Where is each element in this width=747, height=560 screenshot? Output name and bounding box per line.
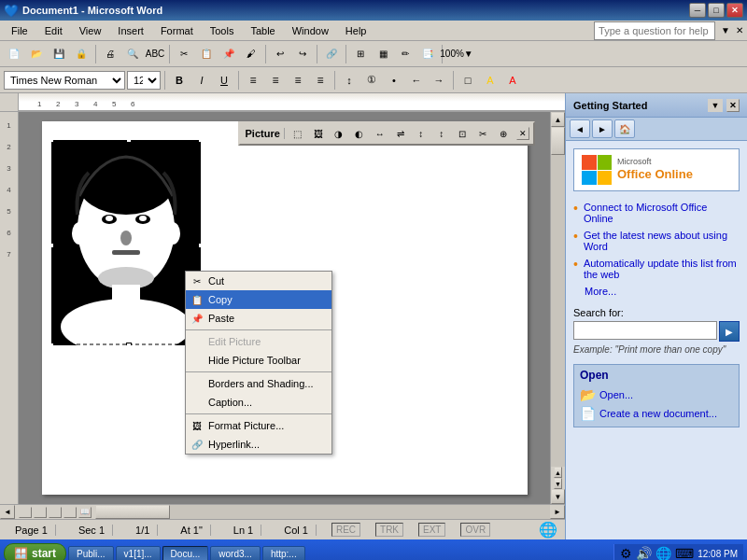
scroll-next-page[interactable]: ▼ (554, 478, 562, 489)
close-help[interactable]: ✕ (736, 25, 743, 35)
vertical-scrollbar[interactable]: ▲ ▲ ▼ ▼ (550, 112, 565, 504)
undo-button[interactable]: ↩ (270, 44, 290, 64)
menu-tools[interactable]: Tools (203, 23, 242, 38)
taskbar-icon-3[interactable]: 🌐 (655, 546, 671, 560)
sidebar-link-3[interactable]: Automatically update this list from the … (573, 255, 740, 283)
align-center-button[interactable]: ≡ (265, 71, 286, 90)
format-painter-button[interactable]: 🖌 (241, 44, 261, 64)
menu-table[interactable]: Table (243, 23, 282, 38)
scroll-down-button[interactable]: ▼ (551, 489, 565, 504)
spelling-button[interactable]: ABC (145, 44, 165, 64)
align-left-button[interactable]: ≡ (243, 71, 263, 90)
columns-button[interactable]: ▦ (373, 44, 393, 64)
ask-dropdown[interactable]: ▼ (721, 25, 730, 35)
hscroll-thumb[interactable] (95, 505, 170, 519)
zoom-dropdown[interactable]: 100%▼ (446, 44, 467, 64)
context-menu-cut[interactable]: ✂ Cut (186, 272, 331, 290)
bold-button[interactable]: B (169, 71, 190, 90)
search-input[interactable] (573, 321, 717, 340)
menu-view[interactable]: View (72, 23, 109, 38)
hyperlink-button[interactable]: 🔗 (321, 44, 342, 64)
taskbar-item-2[interactable]: v1[1]... (116, 546, 161, 561)
new-button[interactable]: 📄 (4, 44, 24, 64)
font-color-button[interactable]: A (502, 71, 523, 90)
context-menu-hide-toolbar[interactable]: Hide Picture Toolbar (186, 351, 331, 370)
pic-tool-3[interactable]: ◑ (330, 125, 348, 142)
sidebar-close-button[interactable]: ✕ (726, 99, 740, 112)
context-menu-hyperlink[interactable]: 🔗 Hyperlink... (186, 435, 331, 454)
taskbar-item-1[interactable]: Publi... (68, 546, 114, 561)
menu-insert[interactable]: Insert (110, 23, 151, 38)
taskbar-item-4[interactable]: word3... (210, 546, 261, 561)
pic-tool-1[interactable]: ⬚ (289, 125, 307, 142)
cut-button[interactable]: ✂ (174, 44, 194, 64)
menu-file[interactable]: File (4, 23, 35, 38)
close-button[interactable]: ✕ (726, 3, 743, 18)
sidebar-back-button[interactable]: ◄ (570, 119, 590, 138)
justify-button[interactable]: ≡ (310, 71, 331, 90)
taskbar-item-5[interactable]: http:... (262, 546, 305, 561)
sidebar-home-button[interactable]: 🏠 (614, 119, 635, 138)
copy-button[interactable]: 📋 (196, 44, 217, 64)
paste-button[interactable]: 📌 (218, 44, 239, 64)
reading-view-button[interactable]: 📖 (78, 507, 92, 518)
print-preview-button[interactable]: 🔍 (122, 44, 143, 64)
sidebar-link-1[interactable]: Connect to Microsoft Office Online (573, 199, 740, 227)
context-menu-borders[interactable]: Borders and Shading... (186, 374, 331, 393)
table-button[interactable]: ⊞ (350, 44, 371, 64)
taskbar-icon-4[interactable]: ⌨ (675, 546, 694, 560)
minimize-button[interactable]: ─ (689, 3, 706, 18)
sidebar-collapse-button[interactable]: ▼ (708, 99, 723, 112)
picture-toolbar-close[interactable]: ✕ (516, 127, 529, 140)
decrease-indent-button[interactable]: ← (406, 71, 427, 90)
web-view-button[interactable] (34, 507, 47, 518)
size-select[interactable]: 12 (127, 71, 161, 90)
pic-tool-9[interactable]: ⊡ (453, 125, 472, 142)
scroll-left-button[interactable]: ◄ (0, 505, 15, 519)
open-link[interactable]: 📂 Open... (580, 385, 733, 404)
pic-tool-5[interactable]: ↔ (371, 125, 389, 142)
normal-view-button[interactable] (19, 507, 32, 518)
pic-tool-6[interactable]: ⇌ (391, 125, 410, 142)
ask-question-input[interactable] (594, 21, 715, 40)
outline-view-button[interactable] (63, 507, 77, 518)
scroll-prev-page[interactable]: ▲ (554, 467, 562, 478)
docmap-button[interactable]: 📑 (417, 44, 438, 64)
increase-indent-button[interactable]: → (429, 71, 449, 90)
pic-tool-11[interactable]: ⊕ (494, 125, 513, 142)
hscroll-track[interactable] (95, 505, 550, 519)
underline-button[interactable]: U (214, 71, 234, 90)
sidebar-link-2[interactable]: Get the latest news about using Word (573, 227, 740, 255)
menu-edit[interactable]: Edit (37, 23, 70, 38)
line-spacing-button[interactable]: ↕ (339, 71, 359, 90)
taskbar-icon-1[interactable]: ⚙ (620, 546, 632, 560)
document-image[interactable] (51, 140, 201, 345)
context-menu-copy[interactable]: 📋 Copy (186, 290, 331, 309)
more-link[interactable]: More... (573, 283, 740, 300)
save-button[interactable]: 💾 (49, 44, 69, 64)
menu-window[interactable]: Window (285, 23, 336, 38)
taskbar-icon-2[interactable]: 🔊 (636, 546, 652, 560)
drawing-button[interactable]: ✏ (395, 44, 416, 64)
pic-tool-8[interactable]: ↕ (432, 125, 451, 142)
pic-tool-2[interactable]: 🖼 (309, 125, 328, 142)
start-button[interactable]: 🪟 start (4, 543, 66, 560)
pic-tool-4[interactable]: ◐ (350, 125, 369, 142)
create-new-link[interactable]: 📄 Create a new document... (580, 404, 733, 423)
scroll-up-button[interactable]: ▲ (551, 112, 565, 127)
permission-button[interactable]: 🔒 (71, 44, 92, 64)
menu-format[interactable]: Format (153, 23, 201, 38)
maximize-button[interactable]: □ (708, 3, 725, 18)
sidebar-forward-button[interactable]: ► (592, 119, 613, 138)
pic-tool-7[interactable]: ↕ (412, 125, 430, 142)
numbering-button[interactable]: ① (361, 71, 382, 90)
context-menu-caption[interactable]: Caption... (186, 393, 331, 412)
menu-help[interactable]: Help (338, 23, 374, 38)
align-right-button[interactable]: ≡ (288, 71, 308, 90)
context-menu-format-picture[interactable]: 🖼 Format Picture... (186, 416, 331, 435)
open-button[interactable]: 📂 (26, 44, 47, 64)
print-button[interactable]: 🖨 (100, 44, 120, 64)
italic-button[interactable]: I (191, 71, 212, 90)
font-select[interactable]: Times New Roman (4, 71, 125, 90)
search-go-button[interactable]: ▶ (719, 321, 740, 342)
